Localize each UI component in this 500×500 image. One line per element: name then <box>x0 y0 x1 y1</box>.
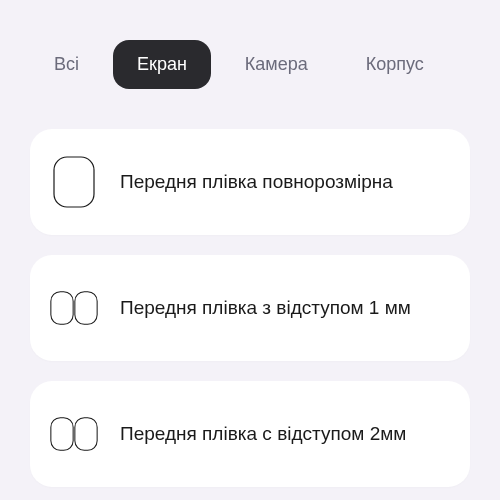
svg-rect-3 <box>51 418 73 451</box>
film-double-icon <box>50 406 98 462</box>
option-front-full[interactable]: Передня плівка повнорозмірна <box>30 129 470 235</box>
svg-rect-0 <box>54 157 94 207</box>
svg-rect-2 <box>75 292 97 325</box>
tab-all[interactable]: Всі <box>30 40 103 89</box>
option-label: Передня плівка повнорозмірна <box>120 169 393 195</box>
tab-case[interactable]: Корпус <box>342 40 448 89</box>
option-front-1mm[interactable]: Передня плівка з відступом 1 мм <box>30 255 470 361</box>
svg-rect-1 <box>51 292 73 325</box>
film-double-icon <box>50 280 98 336</box>
tab-camera[interactable]: Камера <box>221 40 332 89</box>
option-label: Передня плівка з відступом 1 мм <box>120 295 411 321</box>
film-single-icon <box>50 154 98 210</box>
option-list: Передня плівка повнорозмірна Передня плі… <box>30 129 470 487</box>
tab-screen[interactable]: Екран <box>113 40 211 89</box>
svg-rect-4 <box>75 418 97 451</box>
option-front-2mm[interactable]: Передня плівка с відступом 2мм <box>30 381 470 487</box>
filter-tabs: Всі Екран Камера Корпус <box>30 40 470 89</box>
option-label: Передня плівка с відступом 2мм <box>120 421 406 447</box>
